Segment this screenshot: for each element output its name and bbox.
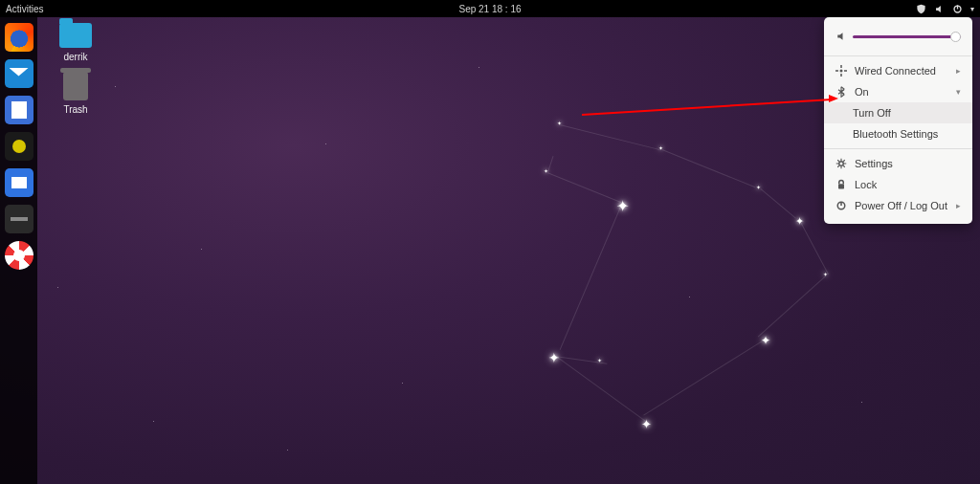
star-icon: ✦ [658,144,663,151]
chevron-right-icon: ▸ [956,66,961,76]
svg-point-1 [840,70,843,73]
system-menu: Wired Connected ▸ On ▾ Turn Off Bluetoot… [824,17,972,224]
constellation-line [554,355,648,423]
star-icon: ✦ [616,197,629,215]
constellation-line [800,222,829,275]
dock [0,17,37,484]
star-icon: ✦ [548,350,560,365]
menu-bt-settings[interactable]: Bluetooth Settings [824,123,972,144]
gear-icon [835,158,847,169]
shield-icon [916,4,926,14]
star-icon: ✦ [756,184,761,190]
menu-label: Wired Connected [855,65,936,77]
desktop-icons: derrik Trash [48,23,103,124]
constellation-line [643,339,766,415]
constellation-line [758,275,826,337]
menu-label: Turn Off [853,107,891,119]
trash-label: Trash [48,104,103,115]
menu-label: Power Off / Log Out [855,200,947,211]
star-icon: ✦ [557,120,562,126]
top-bar: Activities Sep 21 18 : 16 ▾ [0,0,980,17]
network-icon [835,65,847,77]
dock-software-updater[interactable] [5,205,33,233]
star-icon: ✦ [761,334,770,347]
menu-label: Lock [855,179,877,190]
menu-label: Bluetooth Settings [853,128,938,140]
star-icon: ✦ [823,271,828,277]
menu-label: On [855,86,869,98]
chevron-right-icon: ▸ [956,201,961,210]
volume-slider[interactable] [853,35,961,38]
separator [824,148,972,149]
menu-settings[interactable]: Settings [824,153,972,174]
svg-rect-3 [838,184,844,188]
chevron-down-icon: ▾ [956,87,961,97]
desktop-trash[interactable]: Trash [48,72,103,115]
constellation-line [662,149,756,187]
annotation-arrow-head [829,95,838,102]
constellation-line [560,124,660,150]
clock[interactable]: Sep 21 18 : 16 [458,4,521,14]
menu-power[interactable]: Power Off / Log Out ▸ [824,195,972,216]
star-icon: ✦ [597,357,602,363]
dock-rhythmbox[interactable] [5,132,33,161]
status-area[interactable]: ▾ [916,4,974,14]
dock-thunderbird[interactable] [5,59,33,88]
star-icon: ✦ [795,215,804,228]
dock-firefox[interactable] [5,23,33,52]
star-icon: ✦ [544,167,548,174]
power-icon [952,4,963,14]
lock-icon [835,179,847,190]
menu-bt-turn-off[interactable]: Turn Off [824,102,972,123]
constellation-line [760,188,795,219]
dock-text-editor[interactable] [5,96,33,124]
volume-slider-row [824,25,972,52]
separator [824,55,972,56]
annotation-arrow [582,99,833,115]
chevron-down-icon: ▾ [970,5,974,13]
constellation-line [547,172,623,204]
menu-label: Settings [855,158,893,169]
volume-icon [934,4,945,14]
desktop-folder[interactable]: derrik [48,23,103,62]
volume-icon [835,31,847,42]
dock-screenshot[interactable] [5,168,33,197]
trash-icon [63,72,88,100]
menu-wired[interactable]: Wired Connected ▸ [824,60,972,81]
menu-bluetooth[interactable]: On ▾ [824,81,972,102]
power-icon [835,200,847,211]
menu-lock[interactable]: Lock [824,174,972,195]
svg-point-2 [839,162,844,166]
folder-icon [59,23,92,48]
constellation-line [560,205,622,350]
folder-label: derrik [48,52,103,62]
activities-button[interactable]: Activities [6,4,43,14]
star-icon: ✦ [641,417,652,431]
dock-help[interactable] [5,241,33,270]
